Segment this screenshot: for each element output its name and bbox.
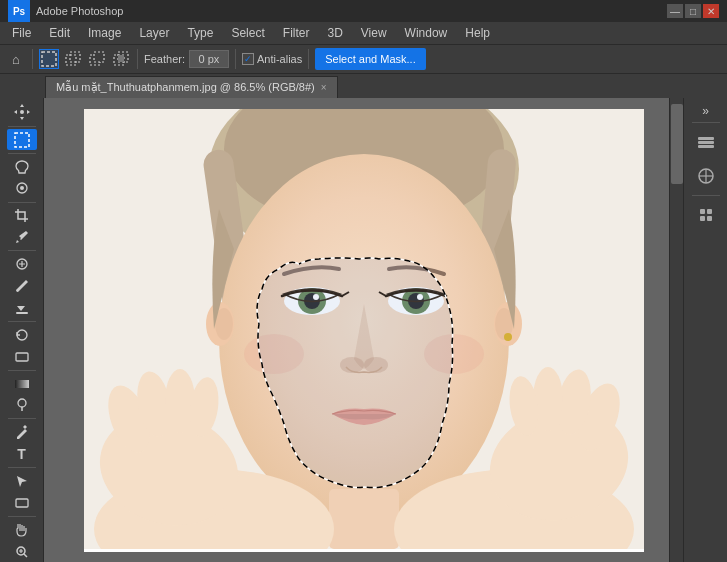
svg-rect-12 [16,312,28,314]
canvas-vertical-scrollbar[interactable] [669,98,683,562]
divider-4 [308,49,309,69]
tool-move[interactable] [7,102,37,123]
title-bar-controls: — □ ✕ [667,4,719,18]
svg-rect-8 [15,133,29,147]
svg-rect-56 [698,145,714,148]
svg-rect-4 [94,52,104,62]
title-bar-title: Adobe Photoshop [36,5,123,17]
tool-rectangular-marquee[interactable] [7,129,37,150]
canvas-content [84,109,644,552]
tool-divider-6 [8,370,36,371]
tool-brush[interactable] [7,276,37,297]
svg-point-15 [18,399,26,407]
tab-close-icon[interactable]: × [321,82,327,93]
svg-point-53 [504,333,512,341]
svg-rect-58 [700,209,705,214]
feather-input[interactable] [189,50,229,68]
home-icon[interactable]: ⌂ [6,49,26,69]
tool-path-selection[interactable] [7,471,37,492]
intersect-selection-btn[interactable] [111,49,131,69]
layers-panel-icon[interactable] [691,127,721,157]
menu-bar: File Edit Image Layer Type Select Filter… [0,22,727,44]
tool-dodge[interactable] [7,395,37,416]
subtract-selection-btn[interactable] [87,49,107,69]
tool-divider-1 [8,126,36,127]
tool-type[interactable]: T [7,444,37,465]
tool-gradient[interactable] [7,373,37,394]
tool-divider-8 [8,467,36,468]
right-panel-divider-2 [692,195,720,196]
tool-divider-9 [8,516,36,517]
tab-bar: Mẫu mặt_Thuthuatphanmem.jpg @ 86.5% (RGB… [0,74,727,98]
canvas-scroll[interactable] [44,98,683,562]
tool-divider-3 [8,202,36,203]
canvas-area[interactable] [44,98,683,562]
svg-rect-13 [16,353,28,361]
svg-rect-54 [698,137,714,140]
new-selection-btn[interactable] [39,49,59,69]
menu-edit[interactable]: Edit [41,24,78,42]
tool-eraser[interactable] [7,346,37,367]
tab-label: Mẫu mặt_Thuthuatphanmem.jpg @ 86.5% (RGB… [56,81,315,94]
close-button[interactable]: ✕ [703,4,719,18]
feather-label: Feather: [144,53,185,65]
svg-rect-61 [707,216,712,221]
menu-help[interactable]: Help [457,24,498,42]
select-and-mask-button[interactable]: Select and Mask... [315,48,426,70]
tool-divider-4 [8,250,36,251]
svg-point-10 [20,186,24,190]
maximize-button[interactable]: □ [685,4,701,18]
divider-1 [32,49,33,69]
menu-select[interactable]: Select [223,24,272,42]
tool-shape[interactable] [7,493,37,514]
divider-2 [137,49,138,69]
menu-type[interactable]: Type [179,24,221,42]
scrollbar-thumb[interactable] [671,104,683,184]
anti-alias-checkbox[interactable]: ✓ [242,53,254,65]
menu-filter[interactable]: Filter [275,24,318,42]
menu-window[interactable]: Window [397,24,456,42]
options-bar: ⌂ Feather: ✓ Anti-alias Select and Mask.… [0,44,727,74]
tool-pen[interactable] [7,422,37,443]
menu-layer[interactable]: Layer [131,24,177,42]
tool-crop[interactable] [7,205,37,226]
ps-app-icon: Ps [8,0,30,22]
divider-3 [235,49,236,69]
svg-rect-16 [16,499,28,507]
document-tab[interactable]: Mẫu mặt_Thuthuatphanmem.jpg @ 86.5% (RGB… [45,76,338,98]
anti-alias-label: Anti-alias [257,53,302,65]
add-selection-btn[interactable] [63,49,83,69]
svg-rect-60 [700,216,705,221]
adjustments-panel-icon[interactable] [691,161,721,191]
tool-history-brush[interactable] [7,325,37,346]
title-bar: Ps Adobe Photoshop — □ ✕ [0,0,727,22]
tool-clone-stamp[interactable] [7,297,37,318]
tool-lasso[interactable] [7,157,37,178]
properties-panel-icon[interactable] [691,200,721,230]
svg-rect-14 [15,380,29,388]
tool-quick-select[interactable] [7,178,37,199]
tool-divider-5 [8,321,36,322]
menu-3d[interactable]: 3D [319,24,350,42]
left-toolbar: T [0,98,44,562]
tool-healing-brush[interactable] [7,254,37,275]
svg-rect-0 [42,52,56,66]
menu-file[interactable]: File [4,24,39,42]
panel-collapse-arrow[interactable]: » [702,104,709,118]
face-image [84,109,644,549]
anti-alias-checkbox-group[interactable]: ✓ Anti-alias [242,53,302,65]
minimize-button[interactable]: — [667,4,683,18]
svg-rect-7 [118,55,124,62]
menu-image[interactable]: Image [80,24,129,42]
right-panel-divider-1 [692,122,720,123]
menu-view[interactable]: View [353,24,395,42]
tool-zoom[interactable] [7,541,37,562]
svg-rect-55 [698,141,714,144]
tool-divider-2 [8,153,36,154]
tool-divider-7 [8,418,36,419]
svg-rect-2 [70,52,80,62]
tool-hand[interactable] [7,520,37,541]
svg-rect-59 [707,209,712,214]
svg-rect-24 [329,489,399,549]
tool-eyedropper[interactable] [7,227,37,248]
